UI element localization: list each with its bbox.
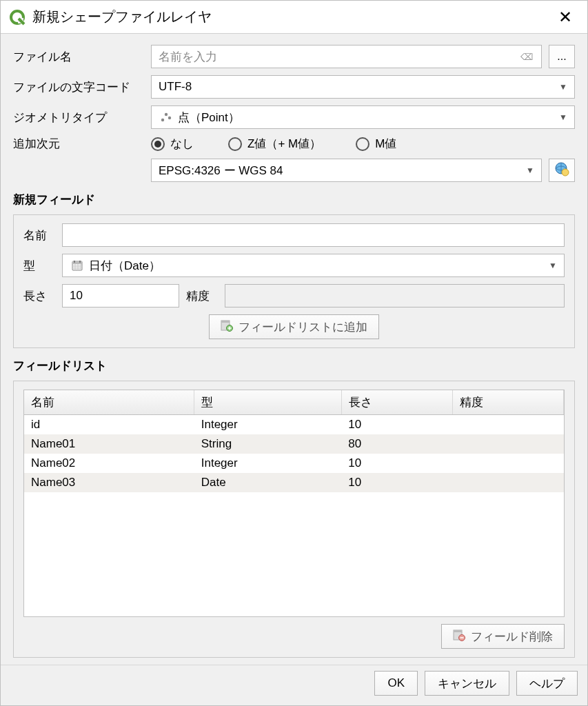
chevron-down-icon: ▼ [559, 82, 567, 92]
crs-picker-button[interactable] [549, 159, 575, 182]
table-header-row: 名前 型 長さ 精度 [24, 390, 564, 415]
section-new-field: 新規フィールド [13, 192, 575, 208]
close-icon[interactable]: ✕ [551, 5, 579, 30]
field-list-table: 名前 型 長さ 精度 idInteger10Name01String80Name… [24, 390, 564, 492]
cell-type: String [194, 434, 342, 454]
panel-field-list: 名前 型 長さ 精度 idInteger10Name01String80Name… [13, 381, 575, 658]
nf-length-input[interactable] [62, 284, 179, 307]
row-nf-name: 名前 [23, 223, 565, 247]
cell-type: Integer [194, 415, 342, 435]
filename-input[interactable]: 名前を入力 ⌫ [151, 45, 542, 68]
calendar-icon [70, 259, 85, 272]
radio-icon [151, 137, 165, 151]
row-dimensions: 追加次元 なし Z値（+ M値） M値 [13, 136, 575, 152]
crs-select[interactable]: EPSG:4326 ー WGS 84 ▼ [151, 159, 542, 182]
radio-m[interactable]: M値 [356, 136, 396, 152]
cell-precision [452, 454, 563, 473]
cell-length: 10 [341, 473, 452, 492]
radio-label-none: なし [170, 136, 194, 152]
globe-icon [554, 161, 569, 179]
cell-length: 80 [341, 434, 452, 454]
row-remove-btn: フィールド削除 [23, 624, 565, 649]
svg-rect-8 [72, 261, 82, 264]
filename-placeholder: 名前を入力 [159, 49, 519, 65]
panel-new-field: 名前 型 日付（Date） ▼ 長さ 精度 [13, 214, 575, 348]
svg-point-4 [168, 117, 171, 119]
cell-precision [452, 473, 563, 492]
table-row[interactable]: Name01String80 [24, 434, 564, 454]
encoding-select[interactable]: UTF-8 ▼ [151, 75, 575, 99]
label-nf-precision: 精度 [186, 288, 218, 304]
th-precision[interactable]: 精度 [452, 390, 563, 415]
dialog-window: 新規シェープファイルレイヤ ✕ ファイル名 名前を入力 ⌫ ... ファイルの文… [0, 0, 588, 706]
window-title: 新規シェープファイルレイヤ [32, 8, 551, 26]
row-add-btn: フィールドリストに追加 [23, 314, 565, 339]
cell-name: Name01 [24, 434, 194, 454]
remove-btn-label: フィールド削除 [471, 629, 553, 645]
cell-type: Integer [194, 454, 342, 473]
point-icon [159, 111, 174, 123]
titlebar: 新規シェープファイルレイヤ ✕ [1, 1, 587, 34]
clear-icon[interactable]: ⌫ [519, 52, 534, 62]
th-length[interactable]: 長さ [341, 390, 452, 415]
svg-point-6 [562, 169, 569, 176]
th-name[interactable]: 名前 [24, 390, 194, 415]
section-field-list: フィールドリスト [13, 358, 575, 374]
radio-label-m: M値 [375, 136, 396, 152]
encoding-value: UTF-8 [159, 80, 559, 94]
chevron-down-icon: ▼ [526, 165, 534, 175]
row-nf-type: 型 日付（Date） ▼ [23, 254, 565, 277]
radio-icon [228, 137, 242, 151]
nf-type-value: 日付（Date） [89, 258, 549, 274]
cell-type: Date [194, 473, 342, 492]
radio-icon [356, 137, 369, 151]
cell-precision [452, 434, 563, 454]
crs-value: EPSG:4326 ー WGS 84 [159, 163, 526, 179]
row-geom-type: ジオメトリタイプ 点（Point） ▼ [13, 105, 575, 129]
table-row[interactable]: Name02Integer10 [24, 454, 564, 473]
label-filename: ファイル名 [13, 49, 144, 65]
row-nf-length: 長さ 精度 [23, 284, 565, 307]
svg-rect-17 [221, 321, 230, 323]
add-to-fieldlist-button[interactable]: フィールドリストに追加 [209, 314, 379, 339]
field-list-table-wrap[interactable]: 名前 型 長さ 精度 idInteger10Name01String80Name… [23, 390, 565, 617]
nf-type-select[interactable]: 日付（Date） ▼ [62, 254, 565, 277]
svg-point-2 [161, 119, 164, 121]
cell-name: id [24, 415, 194, 435]
cell-length: 10 [341, 454, 452, 473]
add-field-icon [221, 319, 233, 335]
add-btn-label: フィールドリストに追加 [239, 319, 367, 335]
label-nf-type: 型 [23, 258, 55, 274]
nf-name-input[interactable] [62, 223, 565, 247]
dialog-content: ファイル名 名前を入力 ⌫ ... ファイルの文字コード UTF-8 ▼ ジオメ… [1, 34, 587, 665]
row-crs: EPSG:4326 ー WGS 84 ▼ [13, 159, 575, 182]
row-filename: ファイル名 名前を入力 ⌫ ... [13, 45, 575, 68]
row-encoding: ファイルの文字コード UTF-8 ▼ [13, 75, 575, 99]
cell-name: Name03 [24, 473, 194, 492]
remove-field-button[interactable]: フィールド削除 [441, 624, 565, 649]
qgis-icon [9, 9, 26, 26]
remove-field-icon [453, 629, 465, 645]
th-type[interactable]: 型 [194, 390, 342, 415]
radio-z[interactable]: Z値（+ M値） [228, 136, 321, 152]
table-row[interactable]: idInteger10 [24, 415, 564, 435]
chevron-down-icon: ▼ [559, 112, 567, 122]
radio-label-z: Z値（+ M値） [247, 136, 321, 152]
geom-type-select[interactable]: 点（Point） ▼ [151, 105, 575, 129]
radio-none[interactable]: なし [151, 136, 194, 152]
label-nf-length: 長さ [23, 288, 55, 304]
cell-precision [452, 415, 563, 435]
geom-type-value: 点（Point） [178, 110, 559, 125]
ok-button[interactable]: OK [374, 671, 418, 696]
cancel-button[interactable]: キャンセル [425, 671, 509, 696]
help-button[interactable]: ヘルプ [516, 671, 578, 696]
svg-rect-20 [454, 630, 462, 632]
dimensions-radio-group: なし Z値（+ M値） M値 [151, 136, 575, 152]
svg-point-3 [165, 113, 168, 116]
browse-button[interactable]: ... [549, 45, 575, 68]
table-row[interactable]: Name03Date10 [24, 473, 564, 492]
chevron-down-icon: ▼ [549, 261, 557, 270]
label-dimensions: 追加次元 [13, 136, 144, 152]
label-nf-name: 名前 [23, 228, 55, 243]
cell-length: 10 [341, 415, 452, 435]
